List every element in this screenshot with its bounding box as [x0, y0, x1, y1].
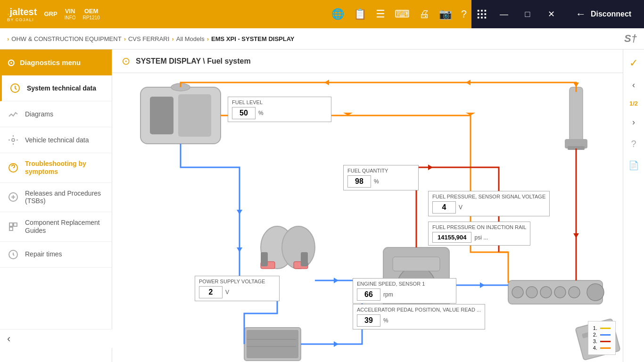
legend-line-3 [600, 341, 611, 342]
list-icon[interactable]: ☰ [376, 8, 385, 20]
legend-line-2 [600, 334, 611, 336]
fuel-pressure-sensor-unit: V [459, 204, 462, 211]
engine-speed-unit: rpm [383, 291, 393, 298]
vehicle-technical-data-label: Vehicle technical data [25, 136, 89, 144]
legend-item-2: 2. [593, 332, 611, 337]
legend-item-1: 1. [593, 325, 611, 331]
document-search-icon[interactable]: 📋 [354, 8, 366, 20]
legend-line-1 [600, 328, 611, 329]
page-indicator: 1/2 [629, 100, 638, 107]
power-supply-value: 2 [199, 286, 223, 298]
document-icon-button[interactable]: 📄 [625, 156, 643, 174]
breadcrumb-logo: S† [624, 33, 637, 45]
accelerator-box: ACCELERATOR PEDAL POSITION, VALUE READ .… [353, 304, 485, 329]
power-supply-label: POWER SUPPLY VOLTAGE [199, 279, 275, 284]
breadcrumb-sep-0: › [7, 35, 9, 42]
camera-icon[interactable]: 📷 [439, 8, 452, 20]
chevron-left-button[interactable]: ‹ [625, 76, 643, 94]
svg-rect-35 [247, 330, 298, 358]
breadcrumb-item-1[interactable]: CVS FERRARI [128, 35, 169, 42]
svg-rect-6 [478, 17, 479, 19]
vin-tag[interactable]: VIN INFO [65, 8, 76, 21]
oem-tag[interactable]: OEM RP1210 [83, 8, 99, 21]
svg-point-43 [569, 287, 580, 298]
fuel-pressure-rail-label: FUEL PRESSURE ON INJECTION RAIL [432, 224, 526, 230]
minimize-button[interactable]: — [492, 0, 516, 28]
breadcrumb-item-3[interactable]: EMS XPI - SYSTEM DISPLAY [211, 35, 295, 42]
grp-tag[interactable]: GRP [44, 10, 57, 18]
app-logo: .jaltest BY COJALI [7, 7, 37, 22]
fuel-quantity-unit: % [374, 178, 379, 185]
engine-speed-value: 66 [357, 288, 380, 301]
troubleshooting-label: Troubleshooting by symptoms [25, 160, 105, 176]
question-button[interactable]: ? [625, 135, 643, 153]
sidebar-item-diagrams[interactable]: Diagrams [0, 101, 112, 127]
releases-icon [7, 191, 19, 203]
accelerator-unit: % [383, 317, 388, 324]
component-replacement-icon [7, 221, 19, 233]
sidebar-item-releases[interactable]: Releases and Procedures (TSBs) [0, 183, 112, 213]
breadcrumb-sep-2: › [172, 35, 173, 42]
fuel-pressure-sensor-label: FUEL PRESSURE, SENSOR SIGNAL VOLTAGE [432, 194, 545, 199]
svg-rect-32 [393, 257, 440, 271]
legend-num-3: 3. [593, 338, 597, 344]
maximize-button[interactable]: □ [516, 0, 539, 28]
sidebar-item-repair-times[interactable]: Repair times [0, 242, 112, 268]
svg-rect-4 [481, 13, 483, 15]
chevron-right-button[interactable]: › [625, 113, 643, 131]
keyboard-icon[interactable]: ⌨ [395, 8, 410, 20]
printer-icon[interactable]: 🖨 [419, 8, 429, 20]
legend-num-1: 1. [593, 325, 597, 331]
legend-box: 1. 2. 3. 4. [588, 321, 616, 355]
troubleshooting-icon [7, 162, 19, 174]
fuel-pressure-rail-unit: psi ... [474, 234, 488, 241]
grid-icon[interactable] [471, 0, 492, 28]
check-button[interactable]: ✓ [625, 54, 643, 72]
header-tags: GRP VIN INFO OEM RP1210 [44, 8, 99, 21]
fuel-pressure-sensor-value: 4 [432, 201, 456, 214]
releases-label: Releases and Procedures (TSBs) [25, 189, 105, 206]
legend-item-3: 3. [593, 338, 611, 344]
help-icon[interactable]: ? [461, 8, 467, 20]
globe-icon[interactable]: 🌐 [331, 8, 344, 20]
svg-point-41 [540, 287, 552, 298]
accelerator-value: 39 [357, 314, 380, 327]
sidebar-nav-back[interactable]: ‹ [0, 329, 112, 348]
repair-times-icon [7, 248, 19, 261]
svg-rect-19 [178, 94, 211, 137]
svg-rect-2 [485, 10, 487, 12]
close-button[interactable]: ✕ [539, 0, 563, 28]
svg-point-42 [554, 287, 566, 298]
sidebar: ⊙ Diagnostics menu System technical data… [0, 49, 112, 362]
svg-marker-58 [428, 165, 433, 170]
legend-num-4: 4. [593, 345, 597, 351]
svg-point-40 [526, 287, 537, 298]
disconnect-button[interactable]: ← Disconnect [563, 0, 644, 28]
fuel-level-unit: % [258, 110, 264, 116]
power-supply-box: POWER SUPPLY VOLTAGE 2 V [195, 276, 280, 301]
svg-rect-0 [478, 10, 479, 12]
content-header: ⊙ SYSTEM DISPLAY \ Fuel system [112, 49, 623, 73]
fuel-pressure-sensor-box: FUEL PRESSURE, SENSOR SIGNAL VOLTAGE 4 V [428, 191, 550, 216]
svg-marker-49 [324, 80, 329, 85]
svg-rect-29 [301, 252, 308, 266]
diagrams-icon [7, 108, 19, 120]
svg-marker-57 [480, 282, 485, 288]
sidebar-item-vehicle-technical-data[interactable]: Vehicle technical data [0, 127, 112, 153]
svg-rect-1 [481, 10, 483, 12]
sidebar-item-system-technical-data[interactable]: System technical data [0, 75, 112, 101]
right-panel: ✓ ‹ 1/2 › ? 📄 [623, 49, 644, 362]
breadcrumb-bar: › OHW & CONSTRUCTION EQUIPMENT › CVS FER… [0, 28, 644, 49]
breadcrumb-item-2[interactable]: All Models [176, 35, 205, 42]
s-logo-icon: S† [624, 33, 637, 45]
main-layout: ⊙ Diagnostics menu System technical data… [0, 49, 644, 362]
breadcrumb-item-0[interactable]: OHW & CONSTRUCTION EQUIPMENT [11, 35, 121, 42]
svg-rect-5 [485, 13, 487, 15]
sidebar-item-troubleshooting[interactable]: Troubleshooting by symptoms [0, 153, 112, 183]
header-icons: 🌐 📋 ☰ ⌨ 🖨 📷 ? [331, 8, 471, 20]
sidebar-item-component-replacement[interactable]: Component Replacement Guides [0, 212, 112, 242]
fuel-pressure-rail-box: FUEL PRESSURE ON INJECTION RAIL 14155,90… [428, 222, 530, 246]
system-technical-data-label: System technical data [27, 84, 96, 92]
fuel-quantity-label: FUEL QUANTITY [347, 168, 414, 173]
svg-marker-48 [466, 80, 471, 85]
